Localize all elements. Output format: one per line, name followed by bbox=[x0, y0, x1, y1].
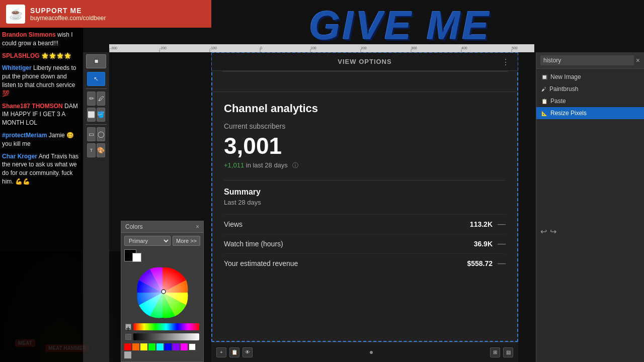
stat-value-revenue: $558.72 — bbox=[467, 259, 506, 268]
analytics-header: VIEW OPTIONS ⋮ bbox=[212, 53, 518, 71]
svg-rect-0 bbox=[109, 44, 534, 52]
history-item-label: Paintbrush bbox=[549, 85, 578, 93]
tool-ellipse[interactable]: ◯ bbox=[97, 127, 105, 141]
colors-swatches bbox=[124, 249, 200, 262]
chat-username: SPLASHLOG 🌟🌟🌟🌟 bbox=[2, 52, 71, 59]
stat-row-views: Views 113.2K — bbox=[224, 214, 506, 234]
chat-username: Whitetiger bbox=[2, 64, 32, 71]
palette-orange[interactable] bbox=[132, 343, 139, 350]
chat-messages: Brandon Simmons wish I could grow a bear… bbox=[0, 28, 83, 362]
toolbar-layout-icon[interactable]: ▤ bbox=[503, 347, 513, 357]
palette-cyan[interactable] bbox=[156, 343, 164, 350]
palette-red[interactable] bbox=[124, 343, 131, 350]
right-panel: × 🔲 New Image 🖌 Paintbrush 📋 Paste 📐 Res… bbox=[536, 52, 644, 362]
paste-icon: 📋 bbox=[541, 99, 547, 104]
growth-positive: +1,011 bbox=[224, 161, 244, 169]
palette-white[interactable] bbox=[189, 343, 196, 350]
undo-button[interactable]: ↩ bbox=[540, 227, 547, 236]
color-wheel[interactable] bbox=[135, 265, 190, 320]
palette-blue[interactable] bbox=[165, 343, 172, 350]
resize-pixels-icon: 📐 bbox=[541, 111, 547, 116]
history-item-paintbrush[interactable]: 🖌 Paintbrush bbox=[536, 83, 644, 95]
tool-pen[interactable]: 🖊 bbox=[97, 92, 105, 106]
hue-strip[interactable] bbox=[133, 323, 199, 330]
growth-info-icon[interactable]: ⓘ bbox=[292, 162, 298, 169]
svg-text:100: 100 bbox=[310, 46, 316, 50]
eyedropper-icon[interactable]: + bbox=[125, 324, 131, 330]
tool-paint[interactable]: 🎨 bbox=[97, 143, 105, 157]
svg-text:300: 300 bbox=[411, 46, 417, 50]
tool-group: ✏ 🖊 bbox=[87, 91, 105, 106]
history-item-resize-pixels[interactable]: 📐 Resize Pixels bbox=[536, 107, 644, 119]
colors-panel: Colors × Primary Secondary Tertiary More… bbox=[121, 221, 204, 362]
stat-value-views-num: 113.2K bbox=[470, 220, 493, 228]
bottom-toolbar: + 📋 👁 ⊞ ▤ bbox=[211, 342, 518, 362]
colors-gradient-row bbox=[124, 333, 200, 340]
palette-green[interactable] bbox=[148, 343, 155, 350]
analytics-breadcrumb-bar bbox=[212, 72, 518, 92]
chat-message: Char Kroger And Travis has the nerve to … bbox=[2, 152, 81, 186]
coffee-icon: ☕ bbox=[6, 5, 25, 24]
stat-label-watch: Watch time (hours) bbox=[224, 240, 283, 248]
analytics-menu-dots[interactable]: ⋮ bbox=[502, 57, 510, 66]
history-item-new-image[interactable]: 🔲 New Image bbox=[536, 71, 644, 83]
stat-dash-watch: — bbox=[498, 239, 506, 248]
chat-message: SPLASHLOG 🌟🌟🌟🌟 bbox=[2, 52, 81, 60]
support-text: SUPPORT ME buymeacoffee.com/coldbeer bbox=[30, 7, 106, 22]
chat-username: Char Kroger bbox=[2, 153, 37, 160]
stat-value-revenue-num: $558.72 bbox=[467, 259, 493, 267]
summary-period: Last 28 days bbox=[224, 199, 506, 206]
colors-dropdown[interactable]: Primary Secondary Tertiary bbox=[124, 236, 171, 246]
svg-text:-300: -300 bbox=[110, 46, 117, 50]
palette-yellow[interactable] bbox=[140, 343, 147, 350]
stat-value-watch: 36.9K — bbox=[474, 239, 506, 248]
history-item-paste[interactable]: 📋 Paste bbox=[536, 95, 644, 107]
new-image-icon: 🔲 bbox=[541, 74, 547, 80]
undo-redo-buttons: ↩ ↪ bbox=[540, 227, 556, 236]
history-panel-close[interactable]: × bbox=[636, 56, 640, 64]
tool-pencil[interactable]: ✏ bbox=[87, 92, 96, 106]
history-items-list: 🔲 New Image 🖌 Paintbrush 📋 Paste 📐 Resiz… bbox=[536, 69, 644, 121]
tool-eraser[interactable]: ⬜ bbox=[87, 108, 96, 122]
history-search-input[interactable] bbox=[540, 55, 634, 65]
colors-dropdown-row: Primary Secondary Tertiary More >> bbox=[124, 236, 200, 246]
chat-username: #protectMeriam bbox=[2, 132, 47, 139]
tool-group2: ⬜ 🪣 bbox=[87, 107, 105, 122]
tool-text[interactable]: T bbox=[87, 143, 96, 157]
stat-row-watch: Watch time (hours) 36.9K — bbox=[224, 234, 506, 253]
toolbar-grid-icon[interactable]: ⊞ bbox=[490, 347, 500, 357]
chat-message: Brandon Simmons wish I could grow a bear… bbox=[2, 31, 81, 48]
tool-rect[interactable]: ▭ bbox=[87, 127, 96, 141]
toolbar-view-icon[interactable]: 👁 bbox=[243, 347, 253, 357]
palette-magenta[interactable] bbox=[181, 343, 188, 350]
toolbar-right: ⊞ ▤ bbox=[490, 347, 513, 357]
chat-message: Shane187 THOMSON DAM IM HAPPY IF I GET 3… bbox=[2, 102, 81, 127]
swatch-white[interactable] bbox=[132, 253, 141, 262]
stat-value-watch-num: 36.9K bbox=[474, 240, 493, 248]
svg-point-26 bbox=[162, 290, 166, 294]
toolbar-left: + 📋 👁 bbox=[216, 347, 253, 357]
selection-tool[interactable]: ↖ bbox=[87, 72, 105, 86]
redo-button[interactable]: ↪ bbox=[550, 227, 556, 236]
color-palette bbox=[124, 343, 200, 358]
color-mode-icon[interactable] bbox=[125, 334, 131, 340]
subscribers-count: 3,001 bbox=[224, 132, 506, 159]
view-options-button[interactable]: VIEW OPTIONS bbox=[338, 58, 391, 65]
subscribers-growth: +1,011 in last 28 days ⓘ bbox=[224, 161, 506, 170]
chat-username: Brandon Simmons bbox=[2, 31, 56, 38]
toolbar-copy-icon[interactable]: 📋 bbox=[229, 347, 239, 357]
support-url: buymeacoffee.com/coldbeer bbox=[30, 15, 106, 22]
colors-close-btn[interactable]: × bbox=[196, 223, 199, 230]
toolbox: 🔲 ↖ ✏ 🖊 ⬜ 🪣 ▭ ◯ T 🎨 bbox=[83, 52, 109, 362]
history-item-label: Resize Pixels bbox=[550, 110, 587, 117]
summary-divider bbox=[224, 180, 506, 180]
palette-violet[interactable] bbox=[173, 343, 180, 350]
gradient-strip[interactable] bbox=[133, 333, 199, 340]
colors-more-button[interactable]: More >> bbox=[173, 236, 200, 246]
channel-analytics-title: Channel analytics bbox=[224, 102, 506, 115]
toolbar-add-icon[interactable]: + bbox=[216, 347, 226, 357]
current-subscribers-label: Current subscribers bbox=[224, 122, 506, 130]
tool-fill[interactable]: 🪣 bbox=[97, 108, 105, 122]
history-item-label: Paste bbox=[550, 98, 566, 105]
palette-gray[interactable] bbox=[124, 351, 131, 358]
